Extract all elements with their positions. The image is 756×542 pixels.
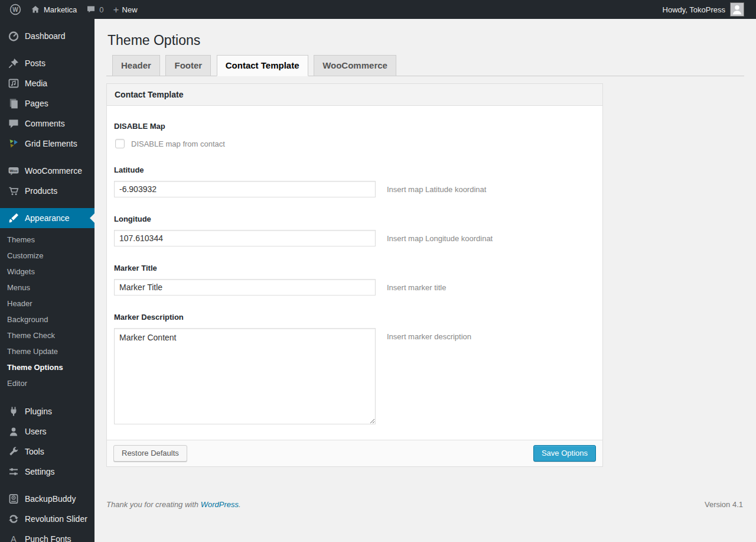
backupbuddy-icon xyxy=(8,493,19,505)
wordpress-logo-icon: W xyxy=(9,4,21,15)
dashboard-icon xyxy=(8,30,19,42)
home-icon xyxy=(31,5,40,14)
sidebar-subitem-customize[interactable]: Customize xyxy=(0,248,94,264)
marker-description-hint: Insert marker description xyxy=(387,328,471,341)
sidebar-item-punch-fonts[interactable]: A Punch Fonts xyxy=(0,529,94,542)
sidebar-item-settings[interactable]: Settings xyxy=(0,462,94,482)
site-name-label: Marketica xyxy=(44,5,77,14)
admin-sidebar: Dashboard Posts Media Pages Comments Gri… xyxy=(0,19,94,542)
grid-elements-icon xyxy=(8,138,19,150)
latitude-section: Latitude Insert map Latitude koordinat xyxy=(114,165,595,197)
wordpress-link[interactable]: WordPress xyxy=(201,500,239,509)
longitude-input[interactable] xyxy=(114,230,376,246)
sidebar-item-users[interactable]: Users xyxy=(0,421,94,442)
sidebar-item-dashboard[interactable]: Dashboard xyxy=(0,26,94,46)
cart-icon xyxy=(8,185,19,197)
restore-defaults-button[interactable]: Restore Defaults xyxy=(113,445,187,462)
plugin-icon xyxy=(8,405,19,417)
pushpin-icon xyxy=(8,57,19,69)
longitude-section: Longitude Insert map Longitude koordinat xyxy=(114,215,595,246)
comments-icon xyxy=(8,118,19,129)
avatar xyxy=(730,2,744,17)
admin-bar: W Marketica 0 + New Howdy, TokoPress xyxy=(0,0,756,19)
sidebar-item-appearance[interactable]: Appearance xyxy=(0,208,94,228)
tab-footer[interactable]: Footer xyxy=(165,55,211,76)
svg-text:Woo: Woo xyxy=(10,169,18,173)
tab-bar: Header Footer Contact Template WooCommer… xyxy=(106,55,744,76)
comment-bubble-icon xyxy=(86,5,96,14)
disable-map-label: DISABLE Map xyxy=(114,122,595,131)
tab-contact-template[interactable]: Contact Template xyxy=(217,55,308,76)
sidebar-item-woocommerce[interactable]: Woo WooCommerce xyxy=(0,161,94,181)
marker-title-input[interactable] xyxy=(114,279,376,296)
panel-header: Contact Template xyxy=(107,84,602,106)
pages-icon xyxy=(8,98,19,109)
new-label: New xyxy=(122,5,138,14)
svg-text:W: W xyxy=(12,7,18,13)
disable-map-checkbox[interactable] xyxy=(115,139,125,148)
tab-woocommerce[interactable]: WooCommerce xyxy=(314,55,396,76)
comments-menu[interactable]: 0 xyxy=(82,0,108,19)
my-account-menu[interactable]: Howdy, TokoPress xyxy=(658,0,749,19)
svg-text:A: A xyxy=(11,534,17,542)
sidebar-subitem-themes[interactable]: Themes xyxy=(0,232,94,248)
wp-logo-menu[interactable]: W xyxy=(5,0,26,19)
tab-header[interactable]: Header xyxy=(112,55,160,76)
howdy-label: Howdy, TokoPress xyxy=(663,5,725,14)
save-options-button[interactable]: Save Options xyxy=(533,445,596,462)
version-label: Version 4.1 xyxy=(705,500,743,509)
footer-thanks-text: Thank you for creating with WordPress. xyxy=(106,500,241,509)
marker-title-section: Marker Title Insert marker title xyxy=(114,264,595,296)
sidebar-item-media[interactable]: Media xyxy=(0,73,94,93)
media-icon xyxy=(8,77,19,89)
brush-icon xyxy=(8,212,19,224)
sidebar-subitem-theme-check[interactable]: Theme Check xyxy=(0,328,94,344)
panel-footer: Restore Defaults Save Options xyxy=(107,440,602,466)
font-a-icon: A xyxy=(8,533,19,542)
wrench-icon xyxy=(8,446,19,457)
sidebar-subitem-theme-options[interactable]: Theme Options xyxy=(0,360,94,376)
sidebar-item-comments[interactable]: Comments xyxy=(0,113,94,134)
appearance-submenu: Themes Customize Widgets Menus Header Ba… xyxy=(0,228,94,394)
plus-icon: + xyxy=(113,5,119,15)
sidebar-item-tools[interactable]: Tools xyxy=(0,442,94,462)
marker-description-section: Marker Description Marker Content Insert… xyxy=(114,313,595,424)
comment-count: 0 xyxy=(99,5,103,14)
sidebar-item-grid-elements[interactable]: Grid Elements xyxy=(0,134,94,154)
marker-description-label: Marker Description xyxy=(114,313,595,322)
latitude-input[interactable] xyxy=(114,181,376,197)
disable-map-checkbox-label: DISABLE map from contact xyxy=(131,139,225,148)
users-icon xyxy=(8,426,19,437)
latitude-hint: Insert map Latitude koordinat xyxy=(387,181,486,194)
panel-body: DISABLE Map DISABLE map from contact Lat… xyxy=(107,106,602,440)
new-content-menu[interactable]: + New xyxy=(109,0,142,19)
sidebar-item-revolution-slider[interactable]: Revolution Slider xyxy=(0,509,94,529)
contact-template-panel: Contact Template DISABLE Map DISABLE map… xyxy=(106,83,603,467)
longitude-label: Longitude xyxy=(114,215,595,223)
woocommerce-icon: Woo xyxy=(8,165,19,177)
longitude-hint: Insert map Longitude koordinat xyxy=(387,230,493,243)
current-menu-arrow xyxy=(90,213,94,223)
sidebar-subitem-theme-update[interactable]: Theme Update xyxy=(0,344,94,360)
sidebar-item-posts[interactable]: Posts xyxy=(0,53,94,73)
marker-title-label: Marker Title xyxy=(114,264,595,272)
marker-title-hint: Insert marker title xyxy=(387,279,446,292)
sidebar-item-pages[interactable]: Pages xyxy=(0,93,94,113)
sidebar-subitem-header[interactable]: Header xyxy=(0,296,94,312)
page-title: Theme Options xyxy=(106,19,744,49)
site-name-link[interactable]: Marketica xyxy=(26,0,82,19)
sidebar-subitem-editor[interactable]: Editor xyxy=(0,376,94,392)
sidebar-item-products[interactable]: Products xyxy=(0,181,94,201)
marker-description-textarea[interactable]: Marker Content xyxy=(114,328,376,424)
disable-map-section: DISABLE Map DISABLE map from contact xyxy=(114,122,595,148)
page-footer: Thank you for creating with WordPress. V… xyxy=(106,500,744,509)
sidebar-item-backupbuddy[interactable]: BackupBuddy xyxy=(0,489,94,509)
sidebar-item-plugins[interactable]: Plugins xyxy=(0,401,94,421)
sidebar-subitem-widgets[interactable]: Widgets xyxy=(0,264,94,280)
sidebar-subitem-menus[interactable]: Menus xyxy=(0,280,94,296)
settings-icon xyxy=(8,466,19,478)
latitude-label: Latitude xyxy=(114,165,595,174)
main-content: Theme Options Header Footer Contact Temp… xyxy=(94,19,756,542)
revolution-slider-icon xyxy=(8,513,19,525)
sidebar-subitem-background[interactable]: Background xyxy=(0,312,94,328)
